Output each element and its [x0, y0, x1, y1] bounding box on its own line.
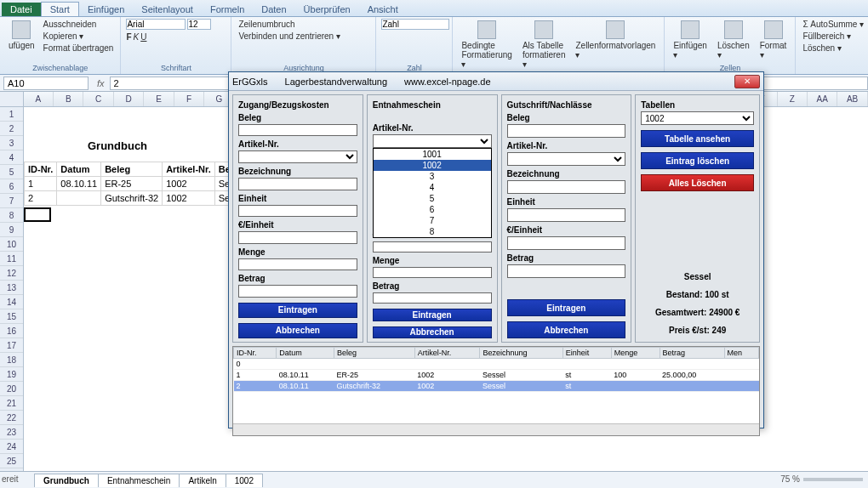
gridcol-betrag[interactable]: Betrag — [660, 348, 724, 359]
input-einh[interactable] — [507, 208, 626, 222]
input-menge[interactable] — [373, 267, 492, 278]
select-all-corner[interactable] — [0, 92, 24, 106]
fx-icon[interactable]: fx — [92, 78, 110, 88]
column-header[interactable]: AB — [837, 92, 867, 106]
row-header[interactable]: 1 — [0, 107, 23, 122]
tab-start[interactable]: Start — [41, 2, 79, 16]
dropdown-option[interactable]: 4 — [374, 182, 491, 193]
gridcol-men[interactable]: Men — [724, 348, 758, 359]
row-header[interactable]: 2 — [0, 122, 23, 136]
format-as-table-button[interactable]: Als Tabelle formatieren ▾ — [519, 19, 569, 71]
cell-styles-button[interactable]: Zellenformatvorlagen ▾ — [572, 19, 659, 61]
cut-button[interactable]: Ausschneiden — [42, 19, 116, 30]
column-header[interactable]: D — [114, 92, 144, 106]
row-header[interactable]: 5 — [0, 165, 23, 179]
underline-button[interactable]: U — [140, 32, 146, 42]
bold-button[interactable]: F — [126, 32, 131, 42]
gridcol-beleg[interactable]: Beleg — [334, 348, 414, 359]
tab-insert[interactable]: Einfügen — [79, 3, 133, 16]
dialog-titlebar[interactable]: ErGGxls Lagerbestandverwaltung www.excel… — [229, 72, 763, 91]
gridcol-id[interactable]: ID-Nr. — [234, 348, 277, 359]
name-box[interactable] — [3, 77, 89, 90]
row-header[interactable]: 20 — [0, 382, 23, 396]
clear-button[interactable]: Löschen ▾ — [801, 43, 865, 54]
select-tabelle[interactable]: 1002 — [641, 111, 754, 125]
row-header[interactable]: 4 — [0, 150, 23, 165]
row-header[interactable]: 21 — [0, 396, 23, 411]
gridcol-bez[interactable]: Bezeichnung — [480, 348, 562, 359]
dropdown-option[interactable]: 8 — [374, 226, 491, 237]
font-size-select[interactable] — [187, 19, 211, 30]
column-header[interactable]: Z — [778, 92, 808, 106]
italic-button[interactable]: K — [134, 32, 140, 42]
select-artnr[interactable] — [507, 152, 626, 166]
format-cells-button[interactable]: Format ▾ — [757, 19, 791, 61]
input-preis[interactable] — [507, 236, 626, 250]
select-artnr-open[interactable] — [373, 134, 492, 148]
close-button[interactable]: ✕ — [734, 75, 760, 88]
input-bez[interactable] — [507, 180, 626, 194]
grid-row[interactable]: 108.10.11ER-251002Sesselst10025.000,00 — [234, 370, 759, 381]
gridcol-datum[interactable]: Datum — [277, 348, 334, 359]
gridcol-einh[interactable]: Einheit — [562, 348, 611, 359]
input-preis[interactable] — [373, 241, 492, 253]
input-betrag[interactable] — [238, 285, 357, 297]
column-header[interactable]: AA — [808, 92, 837, 106]
merge-center-button[interactable]: Verbinden und zentrieren ▾ — [237, 31, 342, 42]
input-beleg[interactable] — [507, 124, 626, 138]
tab-formulas[interactable]: Formeln — [202, 3, 253, 16]
alles-loeschen-button[interactable]: Alles Löschen — [641, 174, 754, 191]
grid-row-selected[interactable]: 208.10.11Gutschrift-321002Sesselst — [234, 381, 759, 392]
row-header[interactable]: 10 — [0, 237, 23, 252]
eintragen-button[interactable]: Eintragen — [238, 303, 357, 318]
zoom-slider[interactable] — [803, 478, 863, 481]
row-header[interactable]: 19 — [0, 367, 23, 382]
autosum-button[interactable]: Σ AutoSumme ▾ — [801, 19, 865, 30]
wrap-text-button[interactable]: Zeilenumbruch — [237, 19, 342, 30]
sheet-tab-1002[interactable]: 1002 — [226, 474, 263, 487]
zoom-control[interactable]: 75 % — [780, 471, 863, 488]
row-header[interactable]: 15 — [0, 309, 23, 324]
column-header[interactable]: B — [54, 92, 83, 106]
select-artnr[interactable] — [238, 150, 357, 163]
dropdown-option[interactable]: 3 — [374, 171, 491, 182]
dropdown-option[interactable]: 5 — [374, 193, 491, 204]
row-header[interactable]: 8 — [0, 208, 23, 223]
sheet-tab-grundbuch[interactable]: Grundbuch — [34, 474, 99, 487]
dialog-data-grid[interactable]: ID-Nr. Datum Beleg Artikel-Nr. Bezeichnu… — [232, 346, 760, 436]
input-bez[interactable] — [238, 178, 357, 190]
format-painter-button[interactable]: Format übertragen — [42, 43, 116, 54]
row-header[interactable]: 25 — [0, 454, 23, 468]
row-header[interactable]: 16 — [0, 324, 23, 338]
insert-cells-button[interactable]: Einfügen ▾ — [670, 19, 710, 61]
column-header[interactable]: E — [144, 92, 174, 106]
row-header[interactable]: 7 — [0, 194, 23, 208]
conditional-format-button[interactable]: Bedingte Formatierung ▾ — [458, 19, 515, 71]
row-header[interactable]: 18 — [0, 353, 23, 367]
row-header[interactable]: 9 — [0, 223, 23, 237]
column-header[interactable]: F — [174, 92, 204, 106]
row-header[interactable]: 6 — [0, 179, 23, 194]
copy-button[interactable]: Kopieren ▾ — [42, 31, 116, 42]
input-betrag[interactable] — [507, 264, 626, 278]
number-format-select[interactable] — [381, 19, 449, 30]
sheet-tab-entnahme[interactable]: Entnahmeschein — [98, 474, 180, 487]
tab-file[interactable]: Datei — [2, 3, 41, 16]
eintragen-button[interactable]: Eintragen — [507, 299, 626, 316]
abbrechen-button[interactable]: Abbrechen — [507, 321, 626, 338]
row-header[interactable]: 13 — [0, 281, 23, 295]
artnr-dropdown-list[interactable]: 1001 1002 3 4 5 6 7 8 — [373, 148, 492, 238]
grid-hscrollbar[interactable] — [233, 423, 759, 435]
tabelle-ansehen-button[interactable]: Tabelle ansehen — [641, 130, 754, 147]
gridcol-artnr[interactable]: Artikel-Nr. — [414, 348, 480, 359]
row-header[interactable]: 22 — [0, 411, 23, 425]
dropdown-option-selected[interactable]: 1002 — [374, 160, 491, 171]
eintragen-button[interactable]: Eintragen — [373, 309, 492, 321]
delete-cells-button[interactable]: Löschen ▾ — [714, 19, 753, 61]
input-betrag[interactable] — [373, 292, 492, 304]
column-header[interactable]: C — [83, 92, 113, 106]
tab-layout[interactable]: Seitenlayout — [133, 3, 202, 16]
paste-button[interactable]: ufügen — [5, 19, 38, 52]
dropdown-option[interactable]: 1001 — [374, 149, 491, 160]
row-header[interactable]: 23 — [0, 425, 23, 440]
